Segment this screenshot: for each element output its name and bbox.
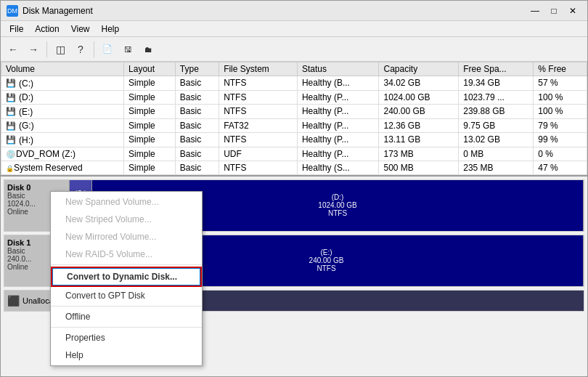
cell-status: Healthy (B... [297, 76, 379, 91]
cell-fs: NTFS [219, 90, 298, 105]
cell-fs: NTFS [219, 105, 298, 119]
drive-icon: DVD_ROM (Z:) [6, 149, 75, 159]
ctx-sep-2 [51, 306, 202, 307]
cell-volume: System Reserved [1, 161, 124, 174]
cell-free: 235 MB [459, 161, 534, 174]
minimize-button[interactable]: — [526, 4, 544, 18]
cell-status: Healthy (S... [297, 161, 379, 174]
cell-type: Basic [175, 105, 219, 119]
cell-layout: Simple [124, 90, 176, 105]
context-menu: New Spanned Volume... New Striped Volume… [50, 191, 203, 366]
cell-type: Basic [175, 133, 219, 147]
cell-type: Basic [175, 147, 219, 161]
partition-e-size: 240.00 GB [309, 256, 344, 264]
cell-fs: UDF [219, 147, 298, 161]
back-button[interactable]: ← [4, 40, 23, 59]
cell-capacity: 240.00 GB [379, 105, 459, 119]
ctx-offline[interactable]: Offline [51, 308, 202, 325]
menu-view[interactable]: View [65, 23, 96, 36]
close-button[interactable]: ✕ [564, 4, 581, 18]
col-fs[interactable]: File System [219, 62, 298, 76]
cell-pct: 79 % [534, 118, 587, 133]
help-button[interactable]: ? [71, 40, 90, 59]
col-volume[interactable]: Volume [1, 62, 124, 76]
cell-fs: FAT32 [219, 118, 298, 133]
main-window: DM Disk Management — □ ✕ File Action Vie… [0, 0, 588, 377]
ctx-convert-dynamic[interactable]: Convert to Dynamic Disk... [51, 267, 202, 287]
col-status[interactable]: Status [297, 62, 379, 76]
drive-icon: (C:) [6, 78, 33, 89]
cell-status: Healthy (P... [297, 147, 379, 161]
col-capacity[interactable]: Capacity [379, 62, 459, 76]
cell-layout: Simple [124, 133, 176, 147]
forward-button[interactable]: → [24, 40, 43, 59]
window-controls: — □ ✕ [526, 4, 581, 18]
cell-type: Basic [175, 118, 219, 133]
cell-layout: Simple [124, 76, 176, 91]
unallocated-icon: ⬛ [7, 295, 20, 307]
col-type[interactable]: Type [175, 62, 219, 76]
maximize-button[interactable]: □ [545, 4, 563, 18]
cell-volume: (H:) [1, 133, 124, 147]
tool3-button[interactable]: 📄 [98, 40, 117, 59]
drive-icon: (G:) [6, 121, 34, 131]
cell-pct: 47 % [534, 161, 587, 174]
table-row[interactable]: (G:) Simple Basic FAT32 Healthy (P... 12… [1, 118, 587, 133]
table-row[interactable]: (D:) Simple Basic NTFS Healthy (P... 102… [1, 90, 587, 105]
col-layout[interactable]: Layout [124, 62, 176, 76]
cell-pct: 0 % [534, 147, 587, 161]
table-row[interactable]: (E:) Simple Basic NTFS Healthy (P... 240… [1, 105, 587, 119]
ctx-new-spanned[interactable]: New Spanned Volume... [51, 193, 202, 211]
cell-status: Healthy (P... [297, 105, 379, 119]
cell-pct: 99 % [534, 133, 587, 147]
col-free[interactable]: Free Spa... [459, 62, 534, 76]
show-hide-button[interactable]: ◫ [51, 40, 70, 59]
partition-d-size: 1024.00 GB [318, 201, 356, 209]
ctx-sep-1 [51, 264, 202, 265]
cell-fs: NTFS [219, 76, 298, 91]
cell-status: Healthy (P... [297, 133, 379, 147]
ctx-new-mirrored[interactable]: New Mirrored Volume... [51, 228, 202, 246]
menu-help[interactable]: Help [96, 23, 126, 36]
tool5-button[interactable]: 🖿 [139, 40, 158, 59]
cell-capacity: 500 MB [379, 161, 459, 174]
table-row[interactable]: System Reserved Simple Basic NTFS Health… [1, 161, 587, 174]
col-pct[interactable]: % Free [534, 62, 587, 76]
toolbar: ← → ◫ ? 📄 🖫 🖿 [1, 37, 587, 62]
cell-fs: NTFS [219, 133, 298, 147]
disk-view-area: Disk 0 Basic 1024.0... Online (C:) 34.02… [1, 177, 587, 377]
menu-bar: File Action View Help [1, 21, 587, 37]
cell-pct: 57 % [534, 76, 587, 91]
ctx-help[interactable]: Help [51, 346, 202, 364]
table-row[interactable]: (C:) Simple Basic NTFS Healthy (B... 34.… [1, 76, 587, 91]
cell-capacity: 13.11 GB [379, 133, 459, 147]
cell-pct: 100 % [534, 90, 587, 105]
cell-free: 1023.79 ... [459, 90, 534, 105]
table-row[interactable]: DVD_ROM (Z:) Simple Basic UDF Healthy (P… [1, 147, 587, 161]
partition-e-name: (E:) [320, 248, 332, 256]
cell-layout: Simple [124, 118, 176, 133]
menu-action[interactable]: Action [29, 23, 65, 36]
volume-table: Volume Layout Type File System Status Ca… [1, 62, 587, 175]
app-icon: DM [7, 5, 18, 17]
ctx-properties[interactable]: Properties [51, 329, 202, 346]
partition-d-fs: NTFS [328, 209, 347, 217]
cell-pct: 100 % [534, 105, 587, 119]
table-row[interactable]: (H:) Simple Basic NTFS Healthy (P... 13.… [1, 133, 587, 147]
cell-free: 0 MB [459, 147, 534, 161]
toolbar-separator-1 [46, 41, 47, 57]
window-title: Disk Management [23, 6, 526, 16]
tool4-button[interactable]: 🖫 [118, 40, 137, 59]
ctx-new-striped[interactable]: New Striped Volume... [51, 211, 202, 228]
ctx-new-raid5[interactable]: New RAID-5 Volume... [51, 246, 202, 263]
cell-fs: NTFS [219, 161, 298, 174]
cell-volume: DVD_ROM (Z:) [1, 147, 124, 161]
toolbar-separator-2 [94, 41, 94, 57]
cell-layout: Simple [124, 105, 176, 119]
cell-layout: Simple [124, 161, 176, 174]
cell-layout: Simple [124, 147, 176, 161]
cell-type: Basic [175, 76, 219, 91]
menu-file[interactable]: File [4, 23, 29, 36]
cell-volume: (G:) [1, 118, 124, 133]
ctx-convert-gpt[interactable]: Convert to GPT Disk [51, 287, 202, 304]
